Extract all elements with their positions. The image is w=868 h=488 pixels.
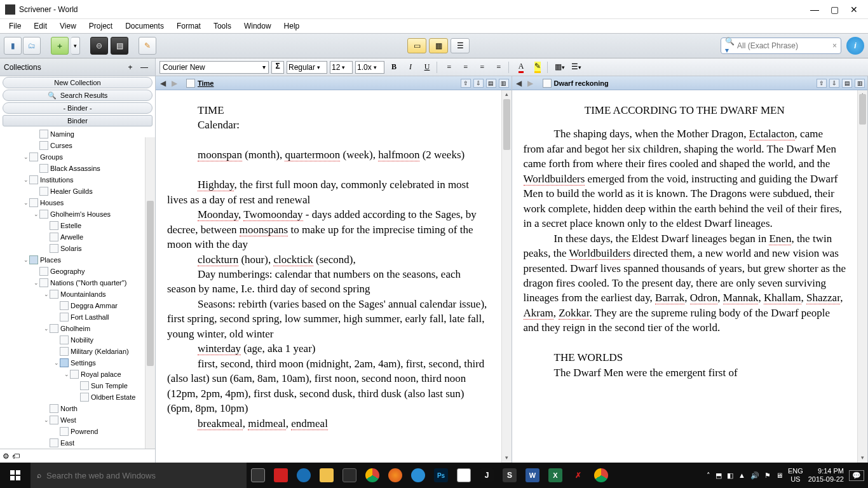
binder-item[interactable]: ⌄Gholheim bbox=[0, 323, 155, 334]
binder-item[interactable]: ⌄Houses bbox=[0, 197, 155, 208]
app-j[interactable]: J bbox=[477, 465, 497, 485]
corkboard-button[interactable]: ▤ bbox=[111, 37, 128, 55]
app-word[interactable]: W bbox=[522, 465, 543, 485]
tray-icon[interactable]: ⬒ bbox=[715, 471, 722, 480]
font-weight-select[interactable]: Regular▾ bbox=[287, 61, 327, 74]
menu-view[interactable]: View bbox=[53, 20, 83, 32]
clock[interactable]: 9:14 PM2015-09-22 bbox=[808, 467, 844, 484]
list-button[interactable]: ☰▾ bbox=[569, 61, 583, 74]
binder-item[interactable]: ⌄Institutions bbox=[0, 174, 155, 186]
app-scrivener[interactable]: S bbox=[499, 465, 520, 485]
app-winstore[interactable] bbox=[339, 465, 360, 485]
bold-button[interactable]: B bbox=[387, 61, 401, 74]
nav-fwd[interactable]: ▶ bbox=[526, 79, 535, 88]
left-doc-body[interactable]: ▴▾ TIME Calendar: moonspan (month), quar… bbox=[156, 90, 512, 463]
app-store[interactable] bbox=[271, 465, 291, 485]
text-color-button[interactable]: A bbox=[514, 61, 528, 74]
left-scrollbar[interactable]: ▴▾ bbox=[501, 90, 512, 463]
split-h-button[interactable]: ▤ bbox=[486, 79, 496, 88]
menu-file[interactable]: File bbox=[3, 20, 27, 32]
tag-icon[interactable]: 🏷 bbox=[12, 452, 20, 461]
align-justify-button[interactable]: ≡ bbox=[492, 61, 506, 74]
taskbar-search[interactable]: ⌕ bbox=[31, 463, 247, 488]
menu-format[interactable]: Format bbox=[170, 20, 207, 32]
binder-tree[interactable]: NamingCurses⌄GroupsBlack Assassins⌄Insti… bbox=[0, 127, 155, 449]
binder-item[interactable]: Estelle bbox=[0, 220, 155, 231]
up-button[interactable]: ⇧ bbox=[817, 79, 827, 88]
binder-item[interactable]: Arwelle bbox=[0, 231, 155, 243]
nav-fwd[interactable]: ▶ bbox=[170, 79, 179, 88]
notifications-icon[interactable]: 💬 bbox=[849, 470, 864, 481]
binder-item[interactable]: Powrend bbox=[0, 426, 155, 437]
align-left-button[interactable]: ≡ bbox=[442, 61, 456, 74]
line-spacing-select[interactable]: 1.0x▾ bbox=[355, 61, 384, 74]
view-single[interactable]: ▭ bbox=[407, 38, 426, 53]
right-doc-body[interactable]: ▴▾ TIME ACCORDING TO THE DWARF MEN The s… bbox=[512, 90, 868, 463]
binder-item[interactable]: Deggra Ammar bbox=[0, 300, 155, 311]
close-button[interactable]: ✕ bbox=[850, 4, 858, 15]
remove-collection-button[interactable]: — bbox=[137, 63, 151, 72]
align-center-button[interactable]: ≡ bbox=[459, 61, 473, 74]
compose-button[interactable]: ✎ bbox=[139, 37, 156, 55]
gear-icon[interactable]: ⚙ bbox=[3, 452, 10, 461]
table-button[interactable]: ▦▾ bbox=[553, 61, 567, 74]
info-button[interactable]: i bbox=[846, 37, 864, 55]
task-view-button[interactable] bbox=[248, 465, 268, 485]
nav-back[interactable]: ◀ bbox=[158, 79, 167, 88]
binder-item[interactable]: Sun Temple bbox=[0, 380, 155, 391]
binder-item[interactable]: Military (Keldarian) bbox=[0, 346, 155, 357]
app-ie[interactable] bbox=[408, 465, 428, 485]
view-outline[interactable]: ☰ bbox=[451, 38, 470, 53]
italic-button[interactable]: I bbox=[403, 61, 417, 74]
binder-item[interactable]: ⌄Places bbox=[0, 254, 155, 266]
menu-documents[interactable]: Documents bbox=[119, 20, 170, 32]
menu-help[interactable]: Help bbox=[278, 20, 306, 32]
right-doc-title[interactable]: Dwarf reckoning bbox=[554, 79, 609, 87]
tray-icon[interactable]: ◧ bbox=[727, 471, 733, 480]
binder-item[interactable]: East bbox=[0, 437, 155, 449]
binder-item[interactable]: Curses bbox=[0, 140, 155, 151]
language-indicator[interactable]: ENGUS bbox=[788, 467, 803, 484]
binder-item[interactable]: Oldbert Estate bbox=[0, 391, 155, 403]
app-x[interactable]: ✗ bbox=[568, 465, 588, 485]
tray-icon[interactable]: 🖥 bbox=[776, 471, 783, 479]
styles-button[interactable]: Σ bbox=[271, 61, 284, 74]
binder-item[interactable]: North bbox=[0, 403, 155, 414]
binder-tab[interactable]: - Binder - bbox=[3, 102, 153, 114]
menu-edit[interactable]: Edit bbox=[27, 20, 53, 32]
maximize-button[interactable]: ▢ bbox=[831, 4, 839, 15]
view-cork[interactable]: ▦ bbox=[429, 38, 448, 53]
binder-item[interactable]: ⌄Groups bbox=[0, 151, 155, 163]
app-photoshop[interactable]: Ps bbox=[431, 465, 451, 485]
taskbar-search-input[interactable] bbox=[46, 471, 240, 480]
app-chrome2[interactable] bbox=[591, 465, 611, 485]
nav-back[interactable]: ◀ bbox=[515, 79, 524, 88]
tray-network-icon[interactable]: ▲ bbox=[738, 471, 745, 479]
start-button[interactable] bbox=[0, 463, 31, 488]
app-chrome[interactable] bbox=[362, 465, 383, 485]
search-results-tab[interactable]: 🔍 Search Results bbox=[3, 90, 153, 101]
trash-button[interactable]: ⊖ bbox=[90, 37, 108, 55]
right-scrollbar[interactable]: ▴▾ bbox=[857, 90, 867, 463]
up-button[interactable]: ⇧ bbox=[461, 79, 471, 88]
app-firefox[interactable] bbox=[385, 465, 405, 485]
underline-button[interactable]: U bbox=[420, 61, 434, 74]
binder-item[interactable]: Naming bbox=[0, 128, 155, 140]
menu-project[interactable]: Project bbox=[83, 20, 119, 32]
split-h-button[interactable]: ▤ bbox=[842, 79, 852, 88]
binder-item[interactable]: ⌄West bbox=[0, 414, 155, 426]
binder-item[interactable]: ⌄Settings bbox=[0, 357, 155, 369]
down-button[interactable]: ⇩ bbox=[829, 79, 839, 88]
binder-toggle-button[interactable]: ▮ bbox=[4, 37, 22, 55]
clear-search-icon[interactable]: × bbox=[832, 41, 837, 50]
sidebar-scrollbar[interactable] bbox=[145, 137, 155, 449]
project-search[interactable]: 🔍▾ × bbox=[721, 37, 841, 54]
binder-item[interactable]: ⌄Royal palace bbox=[0, 369, 155, 380]
app-excel[interactable]: X bbox=[545, 465, 566, 485]
binder-item[interactable]: Nobility bbox=[0, 334, 155, 346]
binder-item[interactable]: Black Assassins bbox=[0, 163, 155, 174]
minimize-button[interactable]: — bbox=[810, 4, 819, 15]
menu-window[interactable]: Window bbox=[238, 20, 278, 32]
search-input[interactable] bbox=[737, 41, 832, 50]
binder-item[interactable]: ⌄Gholheim's Houses bbox=[0, 208, 155, 220]
